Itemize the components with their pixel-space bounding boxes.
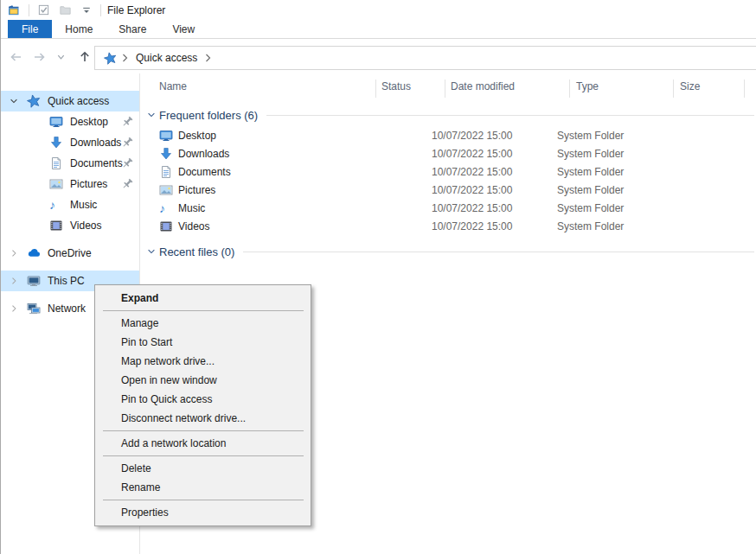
recent-locations-chevron-icon[interactable] [56, 53, 66, 61]
tab-file[interactable]: File [8, 20, 52, 38]
menu-separator [103, 455, 304, 456]
file-row-documents[interactable]: Documents 10/07/2022 15:00 System Folder [140, 162, 756, 181]
frequent-folders-list: Desktop 10/07/2022 15:00 System Folder D… [140, 126, 756, 235]
new-folder-icon[interactable] [57, 3, 73, 18]
group-header-frequent-folders[interactable]: Frequent folders (6) [140, 105, 756, 124]
sidebar-item-videos[interactable]: Videos [1, 215, 139, 236]
forward-icon[interactable] [32, 50, 48, 64]
navigation-toolbar: Quick access [1, 40, 756, 73]
pin-icon [120, 177, 134, 191]
context-menu: Expand Manage Pin to Start Map network d… [94, 284, 311, 526]
menu-item-pin-to-start[interactable]: Pin to Start [95, 333, 311, 352]
menu-item-disconnect-network-drive[interactable]: Disconnect network drive... [95, 409, 311, 428]
chevron-down-icon[interactable] [8, 96, 20, 106]
group-header-label: Recent files (0) [159, 245, 234, 258]
menu-separator [103, 310, 304, 311]
file-name: Pictures [178, 184, 215, 196]
chevron-down-icon[interactable] [145, 246, 157, 257]
videos-icon [159, 220, 173, 233]
titlebar-divider [29, 4, 29, 16]
file-date-modified: 10/07/2022 15:00 [432, 184, 557, 196]
properties-icon[interactable] [35, 3, 51, 18]
file-explorer-logo-icon [7, 3, 22, 18]
sidebar-item-documents[interactable]: Documents [1, 153, 139, 174]
downloads-icon [49, 136, 63, 150]
address-bar[interactable]: Quick access [94, 46, 756, 70]
file-row-music[interactable]: ♪ Music 10/07/2022 15:00 System Folder [140, 199, 756, 217]
sidebar-item-quick-access[interactable]: Quick access [1, 91, 139, 111]
menu-item-manage[interactable]: Manage [95, 314, 311, 333]
column-divider[interactable] [569, 80, 570, 98]
customize-quick-access-toolbar-icon[interactable] [79, 3, 94, 18]
sidebar-item-label: Pictures [70, 178, 107, 190]
menu-item-delete[interactable]: Delete [95, 459, 311, 478]
pin-icon [120, 136, 134, 150]
file-row-downloads[interactable]: Downloads 10/07/2022 15:00 System Folder [140, 144, 756, 162]
pin-icon [120, 115, 134, 129]
videos-icon [49, 219, 63, 232]
file-name: Documents [178, 166, 231, 178]
sidebar-item-onedrive[interactable]: OneDrive [1, 243, 139, 264]
file-type: System Folder [557, 184, 661, 196]
menu-item-properties[interactable]: Properties [95, 503, 311, 522]
chevron-right-icon[interactable] [8, 248, 20, 258]
group-header-recent-files[interactable]: Recent files (0) [140, 242, 756, 261]
menu-item-rename[interactable]: Rename [95, 478, 311, 497]
sidebar-item-label: Documents [70, 157, 123, 169]
sidebar-item-desktop[interactable]: Desktop [1, 111, 139, 132]
quick-access-star-icon [104, 52, 117, 65]
column-divider[interactable] [375, 80, 376, 98]
breadcrumb-chevron-icon[interactable] [119, 54, 131, 62]
back-icon[interactable] [8, 50, 23, 64]
tab-view[interactable]: View [159, 20, 208, 38]
column-header-size[interactable]: Size [680, 80, 700, 92]
group-rule [243, 252, 754, 252]
pictures-icon [49, 177, 63, 191]
file-date-modified: 10/07/2022 15:00 [432, 202, 557, 214]
group-rule [266, 115, 754, 116]
sidebar-item-label: Desktop [70, 116, 108, 128]
file-name: Downloads [178, 148, 229, 160]
column-divider[interactable] [744, 80, 745, 98]
column-header-row: Name Status Date modified Type Size [140, 76, 756, 99]
menu-item-open-in-new-window[interactable]: Open in new window [95, 371, 311, 390]
menu-separator [103, 430, 304, 431]
documents-icon [159, 165, 173, 179]
column-header-name[interactable]: Name [159, 80, 187, 92]
up-icon[interactable] [78, 49, 92, 64]
file-row-desktop[interactable]: Desktop 10/07/2022 15:00 System Folder [140, 126, 756, 144]
menu-item-pin-to-quick-access[interactable]: Pin to Quick access [95, 390, 311, 409]
tab-share[interactable]: Share [106, 20, 159, 38]
column-divider[interactable] [673, 80, 674, 98]
sidebar-item-label: Music [70, 199, 97, 211]
file-name: Music [178, 202, 205, 214]
column-header-status[interactable]: Status [381, 80, 411, 92]
sidebar-item-downloads[interactable]: Downloads [1, 132, 139, 153]
file-row-pictures[interactable]: Pictures 10/07/2022 15:00 System Folder [140, 181, 756, 199]
column-divider[interactable] [445, 80, 445, 98]
chevron-right-icon[interactable] [8, 276, 20, 286]
file-type: System Folder [557, 148, 661, 160]
breadcrumb-chevron-icon[interactable] [202, 54, 215, 62]
tab-home[interactable]: Home [52, 20, 106, 38]
sidebar-item-label: This PC [48, 275, 85, 287]
file-type: System Folder [557, 130, 661, 142]
file-row-videos[interactable]: Videos 10/07/2022 15:00 System Folder [140, 217, 756, 235]
menu-item-expand[interactable]: Expand [95, 289, 311, 308]
menu-item-map-network-drive[interactable]: Map network drive... [95, 352, 311, 371]
menu-item-add-a-network-location[interactable]: Add a network location [95, 434, 311, 453]
pin-icon [120, 156, 134, 170]
chevron-right-icon[interactable] [8, 303, 20, 314]
titlebar-divider [100, 4, 101, 16]
column-header-date-modified[interactable]: Date modified [451, 80, 515, 92]
column-header-type[interactable]: Type [576, 80, 599, 92]
this-pc-icon [27, 274, 41, 288]
sidebar-item-pictures[interactable]: Pictures [1, 174, 139, 194]
chevron-down-icon[interactable] [145, 110, 157, 120]
breadcrumb-segment[interactable]: Quick access [133, 52, 200, 64]
music-icon: ♪ [159, 201, 173, 215]
sidebar-item-label: OneDrive [48, 247, 92, 259]
file-date-modified: 10/07/2022 15:00 [432, 166, 557, 178]
desktop-icon [159, 129, 173, 143]
sidebar-item-music[interactable]: ♪ Music [1, 194, 139, 215]
